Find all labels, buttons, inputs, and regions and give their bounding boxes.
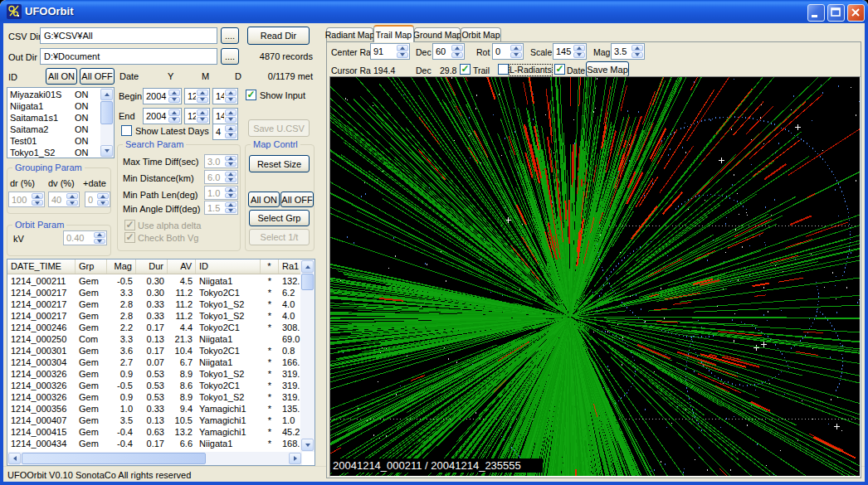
spin-up-button[interactable] [225,156,237,161]
select-1t-button[interactable]: Select 1/t [249,229,310,245]
scroll-down-button[interactable] [100,145,113,157]
spin-down-button[interactable] [225,193,237,198]
table-vscroll-thumb[interactable] [301,274,314,290]
spin-down-button[interactable] [225,133,237,139]
spin-down-button[interactable] [197,117,208,124]
begin-day-spinner[interactable]: 14 [212,88,238,104]
spin-up-button[interactable] [66,193,78,199]
station-row[interactable]: Test01ON [7,135,100,147]
tab-ground-map[interactable]: Ground Map [414,27,461,41]
begin-year-spinner[interactable]: 2004 [143,88,182,104]
table-row[interactable]: 1214_000326Gem-0.50.538.6Tokyo2C1*319. [7,380,302,391]
spin-up-button[interactable] [451,45,463,51]
min-angle-diff-spinner[interactable]: 1.5 [204,201,238,215]
table-scroll-right-button[interactable] [289,453,301,464]
station-row[interactable]: Saitama1s1ON [7,112,100,124]
spin-up-button[interactable] [168,109,180,116]
scroll-thumb[interactable] [100,101,113,124]
map-all-on-button[interactable]: All ON [248,192,280,207]
kv-spinner[interactable]: 0.40 [63,230,107,245]
mag-spinner[interactable]: 3.5 [611,43,645,60]
spin-up-button[interactable] [510,45,522,51]
spin-up-button[interactable] [225,202,237,207]
spin-down-button[interactable] [97,200,109,206]
dr-spinner[interactable]: 100 [8,192,45,207]
station-row[interactable]: Saitama2ON [7,124,100,135]
select-grp-button[interactable]: Select Grp [249,210,310,226]
center-ra-spinner[interactable]: 91 [370,43,410,60]
spin-up-button[interactable] [225,109,237,116]
table-row[interactable]: 1214_000217Gem2.80.3311.2Tokyo1_S2*4.0 [7,310,302,322]
spin-down-button[interactable] [397,52,408,59]
date-checkbox[interactable]: ✓ [554,64,565,75]
spin-down-button[interactable] [94,239,105,245]
table-scroll-left-button[interactable] [8,453,21,464]
table-row[interactable]: 1214_000246Gem2.20.174.4Tokyo2C1*308. [7,322,302,333]
spin-down-button[interactable] [32,200,43,206]
table-hscroll-thumb[interactable] [22,453,206,464]
column-header-mag[interactable]: Mag [107,259,136,274]
station-row[interactable]: Niigata1ON [7,100,100,112]
spin-up-button[interactable] [225,90,237,96]
maximize-button[interactable] [827,4,845,22]
show-latest-days-checkbox[interactable] [121,125,132,136]
spin-up-button[interactable] [168,90,180,96]
spin-down-button[interactable] [225,97,237,104]
max-time-diff-spinner[interactable]: 3.0 [204,154,238,168]
station-row[interactable]: Miyazaki01SON [7,89,100,100]
spin-down-button[interactable] [573,52,585,59]
out-dir-input[interactable]: D:¥Document [40,48,217,65]
table-row[interactable]: 1214_000407Gem3.50.1310.5Yamagichi1*1.0 [7,415,302,426]
csv-browse-button[interactable]: .... [221,27,239,44]
map-all-off-button[interactable]: All OFF [280,192,314,207]
out-browse-button[interactable]: .... [221,48,239,65]
end-day-spinner[interactable]: 14 [212,108,238,124]
spin-down-button[interactable] [168,97,180,104]
spin-up-button[interactable] [94,232,105,238]
id-all-off-button[interactable]: All OFF [80,68,115,85]
table-scroll-down-button[interactable] [301,439,314,451]
spin-up-button[interactable] [225,125,237,132]
column-header-av[interactable]: AV [168,259,196,274]
spin-down-button[interactable] [168,117,180,124]
table-row[interactable]: 1214_000217Gem3.30.3011.2Tokyo2C1*6.2 [7,287,302,298]
spin-down-button[interactable] [66,200,78,206]
spin-up-button[interactable] [32,193,43,199]
table-row[interactable]: 1214_000434Gem-0.40.176.6Niigata1*168. [7,438,302,449]
reset-size-button[interactable]: Reset Size [249,155,310,172]
table-row[interactable]: 1214_000301Gem3.60.1710.4Tokyo2C1*0.8 [7,345,302,356]
center-dec-spinner[interactable]: 60 [432,43,465,60]
column-header-date-time[interactable]: DATE_TIME [7,259,76,274]
spin-up-button[interactable] [197,90,208,96]
spin-up-button[interactable] [197,109,208,116]
min-distance-spinner[interactable]: 6.0 [204,170,238,184]
station-row[interactable]: Tokyo1_S2ON [7,147,100,158]
table-row[interactable]: 1214_000326Gem0.90.538.9Tokyo1_S2*319. [7,391,302,403]
trail-checkbox[interactable]: ✓ [460,64,471,75]
save-map-button[interactable]: Save Map [586,61,629,77]
scroll-up-button[interactable] [100,89,113,100]
table-row[interactable]: 1214_000304Gem2.70.076.7Niigata1*166. [7,356,302,368]
trail-map-canvas[interactable]: 20041214_000211 / 20041214_235555 [329,76,861,477]
minimize-button[interactable] [807,4,825,22]
show-input-checkbox[interactable]: ✓ [246,90,256,100]
column-header-star[interactable]: * [261,259,279,274]
spin-up-button[interactable] [225,172,237,177]
column-header-ra1[interactable]: Ra1 [279,259,302,274]
table-row[interactable]: 1214_000415Gem-0.40.6313.2Yamagichi1*45.… [7,426,302,438]
tab-orbit-map[interactable]: Orbit Map [461,27,501,41]
table-row[interactable]: 1214_000217Gem2.80.3311.2Tokyo1_S2*4.0 [7,298,302,310]
close-button[interactable] [847,4,865,22]
spin-down-button[interactable] [225,162,237,167]
plusdate-spinner[interactable]: 0 [85,192,110,207]
min-path-len-spinner[interactable]: 1.0 [204,186,238,200]
tab-trail-map[interactable]: Trail Map [373,25,414,42]
column-header-id[interactable]: ID [196,259,261,274]
scale-spinner[interactable]: 145 [553,43,587,60]
end-year-spinner[interactable]: 2004 [143,108,182,124]
table-row[interactable]: 1214_000356Gem1.00.339.4Yamagichi1*135. [7,403,302,415]
begin-month-spinner[interactable]: 12 [184,88,210,104]
dv-spinner[interactable]: 40 [48,192,80,207]
table-row[interactable]: 1214_000326Gem0.90.538.9Tokyo1_S2*319. [7,368,302,380]
spin-down-button[interactable] [225,208,237,213]
